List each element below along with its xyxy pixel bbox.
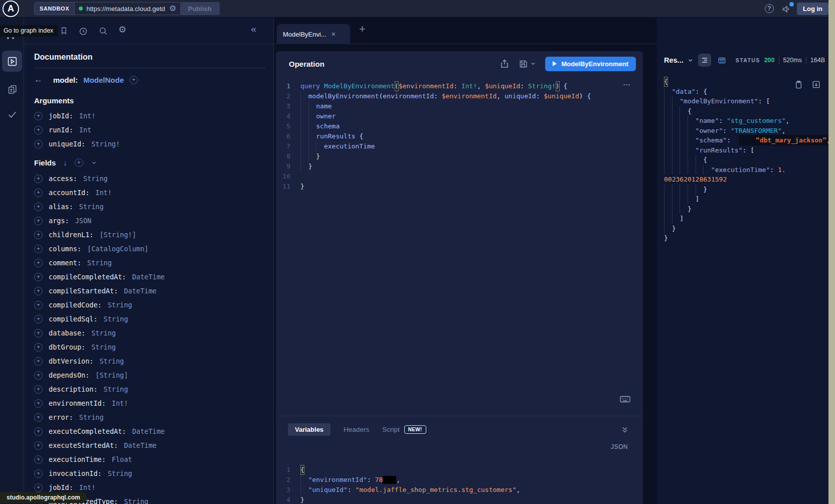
add-field-to-query-icon[interactable]: + (34, 441, 43, 450)
operation-code-line[interactable]: 11} (276, 182, 643, 192)
field-type[interactable]: String (124, 497, 148, 504)
field-type[interactable]: Int! (79, 112, 96, 120)
tab-script[interactable]: Script (382, 426, 400, 433)
field-row[interactable]: +access:String (34, 172, 265, 186)
field-type[interactable]: Float (112, 455, 132, 463)
tree-view-toggle-icon[interactable] (698, 54, 711, 67)
add-field-to-query-icon[interactable]: + (34, 231, 43, 239)
schema-nav-icon[interactable] (2, 79, 22, 100)
field-row[interactable]: +compiledSql:String (34, 312, 265, 326)
share-icon[interactable] (499, 59, 510, 69)
field-type[interactable]: Int (79, 126, 91, 134)
add-field-to-query-icon[interactable]: + (34, 301, 43, 309)
back-arrow-icon[interactable]: ← (34, 75, 43, 85)
add-field-to-query-icon[interactable]: + (34, 427, 43, 436)
operation-code-line[interactable]: 8} (276, 151, 643, 161)
add-field-to-query-icon[interactable]: + (34, 455, 43, 464)
field-type[interactable]: String (108, 469, 132, 477)
response-dropdown-chevron-icon[interactable] (688, 57, 693, 64)
operation-code-line[interactable]: 10 (276, 172, 643, 182)
field-type[interactable]: String! (91, 140, 120, 148)
field-type[interactable]: [CatalogColumn] (87, 245, 148, 253)
add-field-to-query-icon[interactable]: + (34, 175, 43, 183)
field-type[interactable]: String (91, 329, 116, 337)
add-field-to-query-icon[interactable]: + (34, 189, 43, 197)
field-type[interactable]: String (79, 203, 104, 211)
add-field-to-query-icon[interactable]: + (34, 126, 43, 134)
save-dropdown-chevron-icon[interactable] (530, 61, 536, 67)
response-title[interactable]: Res... (664, 56, 684, 64)
add-field-to-query-icon[interactable]: + (34, 399, 43, 408)
field-row[interactable]: +dbtGroup:String (34, 340, 265, 354)
add-field-to-query-icon[interactable]: + (34, 371, 43, 380)
operation-code-line[interactable]: 9} (276, 161, 643, 172)
add-field-to-query-icon[interactable]: + (34, 273, 43, 281)
endpoint-url[interactable]: https://metadata.cloud.getd (86, 5, 165, 13)
copy-response-icon[interactable] (794, 80, 803, 89)
operation-code-line[interactable]: 6runResults { (276, 131, 643, 141)
add-field-to-query-icon[interactable]: + (34, 329, 43, 338)
field-row[interactable]: +executeCompletedAt:DateTime (34, 424, 265, 438)
endpoint-settings-gear-icon[interactable]: ⚙ (169, 5, 176, 13)
field-row[interactable]: +error:String (34, 410, 265, 424)
add-all-fields-icon[interactable]: + (75, 158, 83, 167)
collapse-panel-icon[interactable]: « (251, 24, 256, 35)
variables-code-line[interactable]: 1{ (276, 465, 643, 475)
save-icon[interactable] (519, 59, 528, 69)
add-field-to-query-icon[interactable]: + (34, 245, 43, 253)
tab-variables[interactable]: Variables (288, 423, 330, 436)
apollo-logo[interactable]: A (3, 1, 19, 17)
field-type[interactable]: Int! (79, 483, 96, 491)
field-type[interactable]: String (104, 385, 128, 393)
field-row[interactable]: +compileStartedAt:DateTime (34, 284, 265, 298)
add-field-to-query-icon[interactable]: + (34, 315, 43, 323)
field-row[interactable]: +database:String (34, 326, 265, 340)
field-row[interactable]: +comment:String (34, 256, 265, 270)
field-row[interactable]: +invocationId:String (34, 466, 265, 480)
argument-row[interactable]: +jobId:Int! (34, 109, 265, 123)
field-row[interactable]: +alias:String (34, 200, 265, 214)
field-type[interactable]: String (104, 315, 128, 323)
add-field-to-query-icon[interactable]: + (34, 413, 43, 422)
add-field-to-query-icon[interactable]: + (34, 217, 43, 225)
field-type[interactable]: String (83, 175, 108, 183)
field-row[interactable]: +dependsOn:[String] (34, 368, 265, 382)
field-row[interactable]: +description:String (34, 382, 265, 396)
field-type[interactable]: Int! (95, 189, 112, 197)
explorer-nav-icon[interactable] (2, 51, 22, 72)
bookmark-icon[interactable] (59, 26, 69, 36)
field-row[interactable]: +executionTime:Float (34, 452, 265, 466)
argument-row[interactable]: +uniqueId:String! (34, 137, 265, 151)
operation-code-line[interactable]: 4owner (276, 111, 643, 121)
login-button[interactable]: Log in (797, 3, 828, 15)
field-type[interactable]: String (87, 259, 112, 267)
add-field-to-query-icon[interactable]: + (34, 140, 43, 148)
field-type[interactable]: [String!] (99, 231, 136, 239)
download-response-icon[interactable] (811, 80, 821, 89)
field-type[interactable]: DateTime (124, 287, 156, 295)
operation-code-line[interactable]: 2modelByEnvironment(environmentId: $envi… (276, 91, 643, 101)
field-row[interactable]: +columns:[CatalogColumn] (34, 242, 265, 256)
chevron-down-icon[interactable] (91, 159, 97, 166)
field-type[interactable]: String (99, 357, 124, 365)
run-operation-button[interactable]: ModelByEnvironment (545, 57, 636, 71)
table-view-toggle-icon[interactable] (715, 54, 728, 67)
add-field-to-query-icon[interactable]: + (34, 483, 43, 492)
endpoint-url-field[interactable]: https://metadata.cloud.getd ⚙ (75, 3, 181, 15)
tab-script-group[interactable]: Script NEW! (382, 425, 426, 434)
operation-code-line[interactable]: 5schema (276, 121, 643, 131)
tab-close-icon[interactable]: × (331, 30, 336, 38)
field-row[interactable]: +childrenL1:[String!] (34, 228, 265, 242)
settings-gear-icon[interactable]: ⚙ (118, 25, 126, 34)
add-type-to-query-icon[interactable]: + (129, 76, 138, 84)
help-icon[interactable]: ? (765, 4, 774, 13)
history-icon[interactable] (78, 26, 88, 36)
operation-code-line[interactable]: 1query ModelByEnvironment($environmentId… (276, 81, 643, 91)
variables-code-line[interactable]: 3"uniqueId": "model.jaffle_shop_metrics.… (276, 485, 643, 495)
type-name-link[interactable]: ModelNode (83, 76, 124, 84)
add-field-to-query-icon[interactable]: + (34, 357, 43, 366)
collapse-variables-chevrons-icon[interactable] (621, 426, 629, 434)
search-icon[interactable] (98, 26, 108, 36)
add-field-to-query-icon[interactable]: + (34, 343, 43, 352)
field-row[interactable]: +dbtVersion:String (34, 354, 265, 368)
